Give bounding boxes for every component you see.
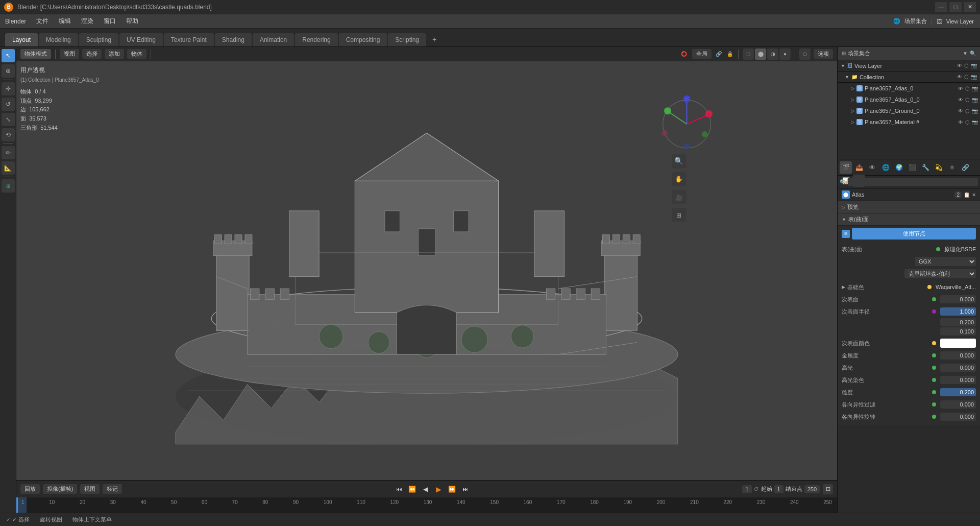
- tab-layout[interactable]: Layout: [5, 33, 38, 46]
- outliner-item-0[interactable]: ▷ ▽ Plane3657_Atlas_0 👁 ⬡ 📷: [838, 83, 980, 94]
- collection-eye[interactable]: 👁: [957, 74, 962, 80]
- item3-restrict[interactable]: 📷: [972, 119, 978, 125]
- select-tool[interactable]: ↖: [2, 49, 15, 62]
- marker-menu[interactable]: 标记: [103, 484, 122, 494]
- item1-restrict[interactable]: 📷: [972, 97, 978, 103]
- playback-menu[interactable]: 回放: [20, 484, 40, 494]
- ggx-dropdown[interactable]: GGX: [915, 257, 976, 266]
- add-tool[interactable]: ⊞: [2, 179, 15, 193]
- expand-arrow[interactable]: ▶: [842, 284, 845, 290]
- prop-world-icon[interactable]: 🌍: [893, 161, 905, 174]
- xray-toggle[interactable]: ⬡: [799, 49, 811, 60]
- prop-view-icon[interactable]: 👁: [866, 161, 878, 174]
- item2-render[interactable]: ⬡: [965, 108, 970, 114]
- capture-menu[interactable]: 拟像(插帧): [43, 484, 77, 494]
- roughness-value[interactable]: 0.200: [940, 388, 976, 396]
- subsurface-value[interactable]: 0.000: [940, 295, 976, 303]
- prop-modifier-icon[interactable]: 🔧: [919, 161, 932, 174]
- item0-render[interactable]: ⬡: [965, 86, 970, 91]
- menu-file[interactable]: 文件: [31, 15, 54, 28]
- outliner-search-icon[interactable]: 🔍: [970, 51, 976, 56]
- item1-render[interactable]: ⬡: [965, 97, 970, 103]
- play-button[interactable]: ▶: [434, 484, 444, 494]
- tab-texture-paint[interactable]: Texture Paint: [164, 33, 214, 46]
- tab-scripting[interactable]: Scripting: [388, 33, 426, 46]
- prop-particles-icon[interactable]: 💫: [933, 161, 945, 174]
- material-duplicate-btn[interactable]: ✕: [972, 192, 976, 198]
- item2-restrict[interactable]: 📷: [972, 108, 978, 114]
- sub-val3[interactable]: 0.100: [940, 327, 976, 336]
- jump-end-button[interactable]: ⏭: [460, 484, 471, 494]
- subsurface-radius-value[interactable]: 1.000: [940, 307, 976, 316]
- prop-physics-icon[interactable]: ⚛: [946, 161, 958, 174]
- timeline-view-menu[interactable]: 视图: [80, 484, 100, 494]
- tab-rendering[interactable]: Rendering: [295, 33, 337, 46]
- end-frame-input[interactable]: 250: [804, 485, 820, 493]
- menu-help[interactable]: 帮助: [121, 15, 143, 28]
- collection-triangle[interactable]: ▼: [845, 75, 849, 80]
- next-frame-button[interactable]: ⏩: [447, 484, 457, 494]
- aniso-rotate-value[interactable]: 0.000: [940, 413, 976, 421]
- view-layer-eye[interactable]: 👁: [957, 63, 962, 68]
- item0-eye[interactable]: 👁: [958, 86, 963, 91]
- rendered-shading[interactable]: ●: [779, 49, 791, 60]
- menu-edit[interactable]: 编辑: [54, 15, 76, 28]
- tab-animation[interactable]: Animation: [253, 33, 294, 46]
- material-shading[interactable]: ◑: [767, 49, 778, 60]
- object-mode-dropdown[interactable]: 物体模式: [20, 49, 51, 59]
- annotate-tool[interactable]: ✏: [2, 146, 15, 159]
- item3-eye[interactable]: 👁: [958, 119, 963, 125]
- subsurface-color-swatch[interactable]: [940, 339, 976, 348]
- prop-scene-icon[interactable]: 🌐: [879, 161, 892, 174]
- object-menu[interactable]: 物体: [127, 49, 146, 59]
- tab-compositing[interactable]: Compositing: [339, 33, 387, 46]
- item1-eye[interactable]: 👁: [958, 97, 963, 103]
- specular-value[interactable]: 0.000: [940, 364, 976, 372]
- close-button[interactable]: ✕: [964, 2, 976, 12]
- options-btn[interactable]: 选项: [814, 49, 833, 59]
- view-layer-render[interactable]: ⬡: [964, 63, 969, 68]
- jump-start-button[interactable]: ⏮: [394, 484, 404, 494]
- measure-tool[interactable]: 📐: [2, 161, 15, 175]
- prop-output-icon[interactable]: 📤: [853, 161, 865, 174]
- minimize-button[interactable]: —: [935, 2, 947, 12]
- sub-val2[interactable]: 0.200: [940, 318, 976, 326]
- outliner-item-2[interactable]: ▷ ▽ Plane3657_Ground_0 👁 ⬡ 📷: [838, 105, 980, 116]
- collection-restrict[interactable]: 📷: [971, 74, 977, 80]
- move-tool[interactable]: ✛: [2, 82, 15, 95]
- rotate-tool[interactable]: ↺: [2, 98, 15, 111]
- menu-blender[interactable]: Blender: [0, 16, 31, 27]
- christensen-dropdown[interactable]: 克里斯坦森-伯利: [904, 269, 976, 278]
- wireframe-shading[interactable]: ◻: [743, 49, 754, 60]
- tab-sculpting[interactable]: Sculpting: [79, 33, 118, 46]
- use-node-button[interactable]: 使用节点: [852, 228, 976, 240]
- scale-tool[interactable]: ⤡: [2, 113, 15, 126]
- transform-tool[interactable]: ⟲: [2, 128, 15, 141]
- view-layer-triangle[interactable]: ▼: [841, 63, 845, 68]
- tab-modeling[interactable]: Modeling: [39, 33, 78, 46]
- view-layer-restrict[interactable]: 📷: [971, 63, 977, 68]
- metallic-value[interactable]: 0.000: [940, 351, 976, 360]
- cursor-tool[interactable]: ⊕: [2, 64, 15, 78]
- menu-window[interactable]: 窗口: [99, 15, 121, 28]
- timeline-bar[interactable]: 1 10 20 30 40 50 60 70 80 90 100 110 120…: [16, 497, 837, 513]
- item0-restrict[interactable]: 📷: [972, 86, 978, 91]
- material-new-btn[interactable]: 📋: [964, 192, 970, 198]
- add-workspace-button[interactable]: +: [427, 32, 442, 46]
- outliner-item-3[interactable]: ▷ ▽ Plane3657_Material # 👁 ⬡ 📷: [838, 116, 980, 128]
- select-menu[interactable]: 选择: [82, 49, 102, 59]
- menu-render[interactable]: 渲染: [76, 15, 99, 28]
- surface-section-header[interactable]: ▼ 表(曲)面: [838, 213, 980, 226]
- view-menu[interactable]: 视图: [60, 49, 79, 59]
- viewport-canvas[interactable]: X Y Z: [16, 61, 837, 480]
- start-frame-input[interactable]: 1: [774, 485, 783, 493]
- timeline-options[interactable]: ⊟: [823, 484, 833, 494]
- item2-eye[interactable]: 👁: [958, 108, 963, 114]
- tab-shading[interactable]: Shading: [215, 33, 252, 46]
- viewport-shading-solid[interactable]: 全局: [692, 49, 712, 59]
- add-menu[interactable]: 添加: [105, 49, 124, 59]
- maximize-button[interactable]: □: [949, 2, 962, 12]
- prop-object-icon[interactable]: ⬛: [906, 161, 918, 174]
- current-frame-display[interactable]: 1: [742, 485, 751, 493]
- item3-render[interactable]: ⬡: [965, 119, 970, 125]
